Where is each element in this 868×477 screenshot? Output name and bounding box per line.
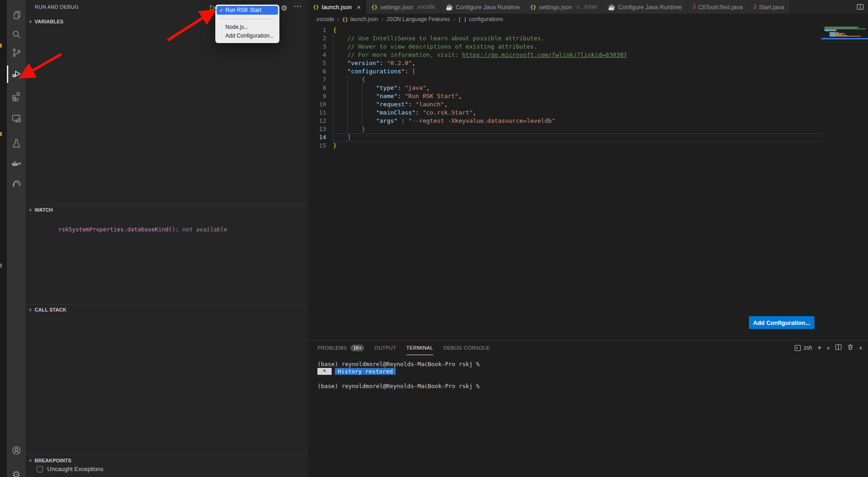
start-debugging-play-icon[interactable] bbox=[209, 5, 216, 13]
token: , bbox=[412, 60, 415, 66]
indent-guide bbox=[333, 84, 333, 92]
run-and-debug-sidebar: RUN AND DEBUG ∨ VARIABLES ∨ WATCH rskSys… bbox=[26, 0, 308, 477]
indent-guide bbox=[362, 117, 362, 125]
indent-guide bbox=[362, 109, 362, 117]
testing-icon[interactable] bbox=[7, 136, 26, 151]
debug-settings-gear-icon[interactable]: ⚙ bbox=[281, 4, 287, 12]
code-text: { bbox=[333, 76, 365, 84]
tab-label: Start.java bbox=[759, 4, 784, 11]
manage-gear-icon[interactable]: ⚙ bbox=[7, 466, 26, 477]
line-number: 7 bbox=[308, 76, 326, 84]
gradle-icon[interactable] bbox=[7, 175, 26, 191]
panel-tab-label: PROBLEMS bbox=[317, 345, 347, 351]
split-editor-icon[interactable] bbox=[857, 3, 864, 12]
panel-tab[interactable]: PROBLEMS1K+ bbox=[317, 340, 364, 355]
code-editor[interactable]: 1{2 // Use IntelliSense to learn about p… bbox=[308, 25, 868, 340]
code-line: 1{ bbox=[308, 26, 868, 34]
breadcrumb-label: launch.json bbox=[350, 16, 378, 22]
source-control-icon[interactable] bbox=[7, 45, 26, 60]
editor-tab[interactable]: JCliToolsTest.java bbox=[688, 0, 748, 14]
edge-tick bbox=[0, 263, 2, 268]
code-text: { bbox=[333, 26, 337, 34]
more-actions-icon[interactable]: ⋯ bbox=[294, 1, 302, 11]
search-icon[interactable] bbox=[7, 27, 26, 42]
indent-guide bbox=[333, 100, 333, 109]
editor-tab[interactable]: {}launch.json× bbox=[308, 0, 366, 14]
indent-guide bbox=[347, 84, 348, 92]
token: , bbox=[426, 84, 430, 91]
explorer-icon[interactable] bbox=[7, 7, 26, 23]
menu-item[interactable]: Node.js... bbox=[217, 23, 278, 32]
breadcrumb-item[interactable]: JSON Language Features bbox=[386, 16, 450, 22]
editor-tab[interactable]: {}settings.json.vscode bbox=[366, 0, 441, 14]
split-terminal-icon[interactable] bbox=[835, 344, 842, 352]
line-number: 10 bbox=[308, 100, 326, 109]
code-line: 8 "type": "java", bbox=[308, 84, 868, 92]
token: ] bbox=[333, 134, 351, 141]
minimap-token bbox=[835, 36, 860, 37]
token: // Use IntelliSense to learn about possi… bbox=[333, 35, 545, 42]
code-line: 14 ] bbox=[308, 133, 868, 142]
remote-explorer-icon[interactable] bbox=[7, 110, 26, 126]
docker-icon[interactable] bbox=[7, 155, 26, 171]
menu-item[interactable]: Add Configuration... bbox=[217, 32, 278, 40]
token: // Hover to view descriptions of existin… bbox=[333, 43, 537, 50]
breadcrumb-item[interactable]: {}launch.json bbox=[342, 16, 378, 22]
minimap[interactable] bbox=[822, 26, 866, 39]
gear-icon: ⚙ bbox=[12, 470, 21, 477]
breadcrumb-label: configurations bbox=[469, 16, 503, 22]
editor-tab[interactable]: {}settings.json~/.../User bbox=[525, 0, 603, 14]
watch-section-header[interactable]: ∨ WATCH bbox=[26, 204, 308, 214]
indent-guide bbox=[362, 92, 362, 100]
launch-profile-chevron-icon[interactable]: ∨ bbox=[827, 345, 830, 351]
new-terminal-icon[interactable]: + bbox=[817, 344, 821, 352]
array-symbol-icon: [ ] bbox=[459, 17, 467, 22]
token: { bbox=[333, 76, 365, 83]
terminal-profile-selector[interactable]: zsh bbox=[794, 345, 813, 351]
indent-guide bbox=[347, 117, 348, 125]
breakpoints-section-header[interactable]: ∨ BREAKPOINTS bbox=[26, 455, 308, 465]
kill-terminal-trash-icon[interactable] bbox=[847, 344, 854, 352]
breadcrumb-item[interactable]: .vscode bbox=[315, 16, 334, 22]
editor-tab[interactable]: ☕Configure Java Runtime bbox=[441, 0, 525, 14]
token: "--regtest -Xkeyvalue.datasource=leveldb… bbox=[408, 117, 555, 124]
code-line: 2 // Use IntelliSense to learn about pos… bbox=[308, 34, 868, 43]
menu-item-label: Node.js... bbox=[225, 24, 249, 30]
terminal-output[interactable]: (base) reynoldmorel@Reynolds-MacBook-Pro… bbox=[317, 361, 480, 390]
maximize-panel-chevron-icon[interactable]: ∧ bbox=[859, 345, 863, 351]
code-text: "type": "java", bbox=[333, 84, 430, 92]
panel-tab[interactable]: DEBUG CONSOLE bbox=[443, 340, 490, 355]
token: , bbox=[473, 109, 476, 116]
json-file-icon: {} bbox=[313, 4, 319, 10]
watch-expression-row[interactable]: rskSystemProperties.databaseKind(): not … bbox=[38, 219, 227, 240]
code-line: 12 "args" : "--regtest -Xkeyvalue.dataso… bbox=[308, 117, 868, 125]
indent-guide bbox=[333, 92, 333, 100]
editor-tab[interactable]: ☕Configure Java Runtime bbox=[603, 0, 688, 14]
token: : bbox=[398, 117, 408, 124]
extensions-icon[interactable] bbox=[7, 88, 26, 104]
token: : bbox=[398, 84, 405, 91]
breadcrumb-item[interactable]: [ ]configurations bbox=[459, 16, 503, 22]
call-stack-section-header[interactable]: ∨ CALL STACK bbox=[26, 304, 308, 314]
add-configuration-button[interactable]: Add Configuration... bbox=[749, 316, 814, 329]
uncaught-exceptions-checkbox[interactable] bbox=[37, 466, 43, 472]
terminal-line: (base) reynoldmorel@Reynolds-MacBook-Pro… bbox=[317, 383, 480, 390]
panel-tab[interactable]: TERMINAL bbox=[406, 340, 433, 355]
run-and-debug-icon[interactable] bbox=[7, 66, 26, 82]
close-icon[interactable]: × bbox=[357, 4, 361, 11]
line-number: 12 bbox=[308, 117, 326, 125]
indent-guide bbox=[362, 100, 362, 109]
token: "args" bbox=[333, 117, 398, 124]
editor-tab[interactable]: JStart.java bbox=[748, 0, 790, 14]
indent-guide bbox=[333, 34, 333, 43]
indent-guide bbox=[333, 76, 333, 84]
chevron-down-icon: ∨ bbox=[29, 307, 32, 312]
terminal-line: (base) reynoldmorel@Reynolds-MacBook-Pro… bbox=[317, 361, 480, 368]
panel-tab[interactable]: OUTPUT bbox=[374, 340, 396, 355]
code-line: 6 "configurations": [ bbox=[308, 67, 868, 76]
accounts-icon[interactable] bbox=[7, 443, 26, 458]
menu-item[interactable]: ✓Run RSK Start bbox=[217, 6, 278, 15]
editor-tabs: {}launch.json×{}settings.json.vscode☕Con… bbox=[308, 0, 868, 14]
code-line: 5 "version": "0.2.0", bbox=[308, 59, 868, 67]
line-number: 14 bbox=[308, 133, 326, 142]
